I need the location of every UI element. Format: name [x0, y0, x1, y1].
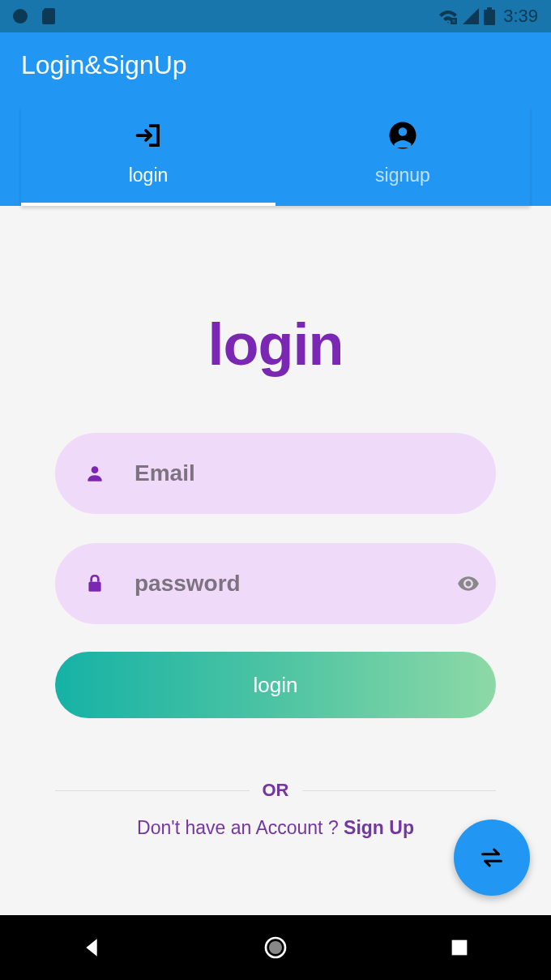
signup-link[interactable]: Sign Up — [344, 817, 414, 838]
svg-rect-7 — [88, 582, 100, 592]
login-button[interactable]: login — [55, 652, 496, 718]
login-icon — [134, 121, 163, 150]
tab-signup[interactable]: signup — [276, 106, 530, 206]
svg-rect-3 — [484, 10, 495, 25]
signup-prompt: Don't have an Account ? Sign Up — [55, 817, 496, 839]
swap-fab[interactable] — [454, 820, 530, 896]
tabs: login signup — [21, 106, 530, 206]
email-input[interactable] — [135, 460, 467, 486]
person-icon — [84, 463, 105, 484]
svg-text:x: x — [452, 17, 455, 24]
svg-point-6 — [92, 466, 99, 473]
notification-icon — [13, 9, 28, 24]
svg-point-5 — [399, 127, 408, 136]
svg-point-9 — [269, 941, 282, 954]
home-button[interactable] — [263, 935, 288, 961]
divider: OR — [55, 780, 496, 801]
app-bar: Login&SignUp login signup — [0, 32, 551, 206]
svg-rect-10 — [451, 940, 467, 956]
content: login login OR Don' — [0, 311, 551, 839]
tab-login[interactable]: login — [21, 106, 276, 206]
divider-line-right — [302, 790, 497, 791]
tab-signup-label: signup — [375, 165, 430, 186]
recents-button[interactable] — [446, 935, 472, 961]
divider-line-left — [55, 790, 250, 791]
status-time: 3:39 — [503, 6, 538, 27]
swap-icon — [478, 845, 506, 870]
password-input[interactable] — [135, 571, 428, 597]
account-icon — [388, 121, 417, 150]
status-right: x 3:39 — [438, 6, 538, 27]
tab-login-label: login — [129, 165, 169, 186]
login-button-label: login — [254, 673, 298, 698]
visibility-icon[interactable] — [457, 572, 480, 595]
status-left — [13, 8, 55, 24]
app-title: Login&SignUp — [21, 50, 530, 80]
status-bar: x 3:39 — [0, 0, 551, 32]
back-button[interactable] — [79, 935, 105, 961]
signup-prompt-text: Don't have an Account ? — [137, 817, 344, 838]
battery-icon — [484, 7, 495, 25]
wifi-icon: x — [438, 8, 458, 24]
login-heading: login — [55, 311, 496, 378]
divider-text: OR — [263, 780, 289, 801]
password-field-container[interactable] — [55, 543, 496, 624]
email-field-container[interactable] — [55, 433, 496, 514]
signal-icon — [463, 8, 479, 24]
sd-card-icon — [42, 8, 55, 24]
svg-rect-2 — [487, 7, 492, 10]
lock-icon — [84, 573, 105, 594]
navigation-bar — [0, 915, 551, 980]
input-group — [55, 433, 496, 624]
